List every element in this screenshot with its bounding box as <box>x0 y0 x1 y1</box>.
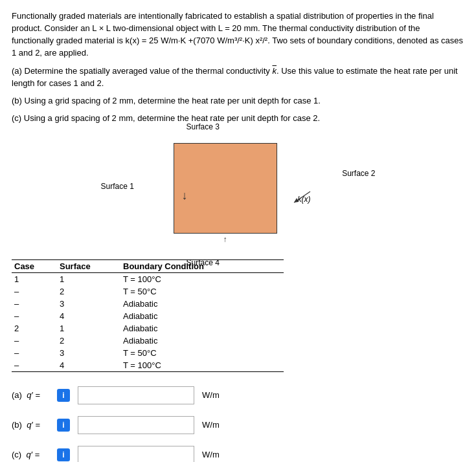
cell-bc: Adiabatic <box>120 298 284 310</box>
answer-row-a: (a) q′ = i W/m <box>12 386 464 404</box>
table-row: – 4 Adiabatic <box>12 310 284 322</box>
table-row: 2 1 Adiabatic <box>12 322 284 335</box>
cell-case: – <box>12 285 57 298</box>
unit-b: W/m <box>202 420 220 430</box>
material-block: ↓ <box>174 143 277 234</box>
cell-case: – <box>12 359 57 372</box>
answer-input-c[interactable] <box>78 446 194 462</box>
cell-case: – <box>12 335 57 347</box>
arrow-y-icon: ↓ <box>182 189 188 203</box>
question-c: (c) Using a grid spacing of 2 mm, determ… <box>12 113 464 125</box>
diagram-inner: Surface 3 Surface 1 Surface 2 Surface 4 … <box>148 137 329 253</box>
col-header-case: Case <box>12 259 57 272</box>
cell-surface: 1 <box>57 272 120 285</box>
surface3-label: Surface 3 <box>187 122 220 131</box>
cell-case: – <box>12 310 57 322</box>
unit-c: W/m <box>202 450 220 459</box>
cell-case: – <box>12 347 57 359</box>
answer-section: (a) q′ = i W/m (b) q′ = i W/m (c) q′ = i… <box>12 386 464 462</box>
cell-surface: 2 <box>57 335 120 347</box>
cell-bc: T = 100°C <box>120 272 284 285</box>
answer-input-b[interactable] <box>78 416 194 434</box>
info-badge-b[interactable]: i <box>57 419 70 432</box>
answer-row-b: (b) q′ = i W/m <box>12 416 464 434</box>
table-row: – 4 T = 100°C <box>12 359 284 372</box>
unit-a: W/m <box>202 390 220 400</box>
question-b: (b) Using a grid spacing of 2 mm, determ… <box>12 95 464 107</box>
diagram-area: Surface 3 Surface 1 Surface 2 Surface 4 … <box>12 137 464 253</box>
cell-bc: Adiabatic <box>120 335 284 347</box>
intro-para1: Functionally graded materials are intent… <box>12 10 464 59</box>
col-header-surface: Surface <box>57 259 120 272</box>
table-row: – 2 T = 50°C <box>12 285 284 298</box>
cell-bc: T = 50°C <box>120 347 284 359</box>
cell-bc: Adiabatic <box>120 310 284 322</box>
answer-label-c: (c) q′ = <box>12 450 57 459</box>
cell-surface: 2 <box>57 285 120 298</box>
tick-bottom-icon: ↑ <box>223 235 227 244</box>
question-a: (a) Determine the spatially averaged val… <box>12 65 464 90</box>
table-row: – 3 Adiabatic <box>12 298 284 310</box>
cell-case: – <box>12 298 57 310</box>
cell-surface: 3 <box>57 347 120 359</box>
surface1-label: Surface 1 <box>101 182 134 191</box>
info-badge-a[interactable]: i <box>57 389 70 402</box>
info-badge-c[interactable]: i <box>57 448 70 461</box>
table-row: – 2 Adiabatic <box>12 335 284 347</box>
cell-bc: T = 50°C <box>120 285 284 298</box>
cell-case: 1 <box>12 272 57 285</box>
answer-label-b: (b) q′ = <box>12 420 57 430</box>
cell-bc: T = 100°C <box>120 359 284 372</box>
cell-surface: 1 <box>57 322 120 335</box>
surface4-label: Surface 4 <box>187 258 220 267</box>
cell-case: 2 <box>12 322 57 335</box>
boundary-conditions-table: Case Surface Boundary Condition 1 1 T = … <box>12 259 284 372</box>
cell-surface: 4 <box>57 310 120 322</box>
table-row: 1 1 T = 100°C <box>12 272 284 285</box>
cell-surface: 3 <box>57 298 120 310</box>
cell-surface: 4 <box>57 359 120 372</box>
surface2-label: Surface 2 <box>342 169 375 178</box>
diagonal-arrow-icon <box>288 188 313 208</box>
table-row: – 3 T = 50°C <box>12 347 284 359</box>
cell-bc: Adiabatic <box>120 322 284 335</box>
answer-row-c: (c) q′ = i W/m <box>12 446 464 462</box>
answer-label-a: (a) q′ = <box>12 390 57 400</box>
answer-input-a[interactable] <box>78 386 194 404</box>
